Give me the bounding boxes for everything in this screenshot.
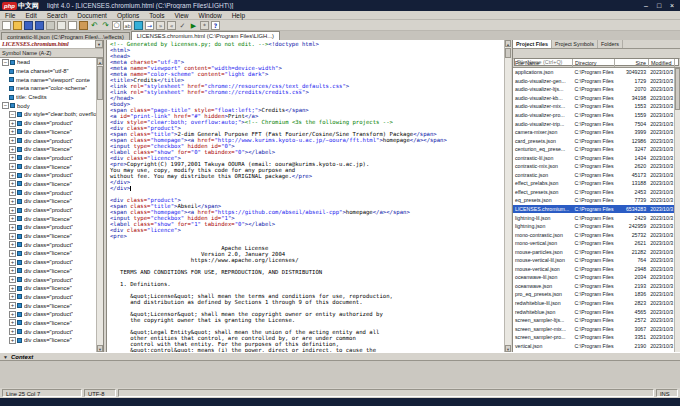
symbol-tree-item[interactable]: +div class="product" xyxy=(0,188,96,197)
expander-icon[interactable]: + xyxy=(9,189,16,196)
file-row[interactable]: applications.jsonC:\Program Files3049233… xyxy=(513,68,674,77)
symbol-tree-item[interactable]: +div class="licence" xyxy=(0,232,96,241)
menu-window[interactable]: Window xyxy=(194,12,227,19)
column-header-size[interactable]: Size xyxy=(615,59,649,67)
undo-icon[interactable]: ↶ xyxy=(90,21,99,30)
expander-icon[interactable]: + xyxy=(9,137,16,144)
chevron-down-icon[interactable]: ▼ xyxy=(95,40,103,48)
symbol-column-header[interactable]: Symbol Name (A-Z) xyxy=(0,49,103,58)
symbol-tree-item[interactable]: +div class="licence" xyxy=(0,336,96,345)
expander-icon[interactable]: − xyxy=(9,111,16,118)
expander-icon[interactable]: + xyxy=(9,215,16,222)
panel-tab-folders[interactable]: Folders xyxy=(598,40,623,48)
copy-icon[interactable] xyxy=(68,21,77,30)
file-row[interactable]: mouse-particles.jsonC:\Program Files2128… xyxy=(513,247,674,256)
settings-icon[interactable]: * xyxy=(200,21,209,30)
symbol-tree-item[interactable]: +div class="product" xyxy=(0,223,96,232)
file-row[interactable]: eq_presets.jsonC:\Program Files77392023/… xyxy=(513,196,674,205)
expander-icon[interactable]: + xyxy=(9,207,16,214)
file-row[interactable]: lightning-lil.jsonC:\Program Files242920… xyxy=(513,213,674,222)
expander-icon[interactable]: + xyxy=(9,224,16,231)
code-editor[interactable]: <!-- Generated by licenses.py; do not ed… xyxy=(106,40,504,352)
file-row[interactable]: mouse-vertical.jsonC:\Program Files29482… xyxy=(513,265,674,274)
symbol-panel-scrollbar[interactable]: ▲ ▼ xyxy=(96,58,103,352)
file-row[interactable]: mouse-vertical-lil.jsonC:\Program Files7… xyxy=(513,256,674,265)
expander-icon[interactable]: + xyxy=(9,128,16,135)
file-row[interactable]: contrastic-mix.jsonC:\Program Files26202… xyxy=(513,162,674,171)
maximize-button[interactable]: □ xyxy=(655,1,663,10)
file-row[interactable]: screen_sampler-mix...C:\Program Files306… xyxy=(513,324,674,333)
menu-search[interactable]: Search xyxy=(42,12,73,19)
save-all-icon[interactable] xyxy=(35,21,44,30)
file-row[interactable]: screen_sampler-pro...C:\Program Files335… xyxy=(513,333,674,342)
context-panel-header[interactable]: ▼ Context xyxy=(0,352,680,361)
symbol-tree-item[interactable]: meta charset="utf-8" xyxy=(0,67,96,76)
column-header-modified[interactable]: Modified xyxy=(649,59,675,67)
menu-document[interactable]: Document xyxy=(72,12,112,19)
expander-icon[interactable]: + xyxy=(9,172,16,179)
file-row[interactable]: card_presets.jsonC:\Program Files1298620… xyxy=(513,136,674,145)
symbol-tree-item[interactable]: +div class="licence" xyxy=(0,267,96,276)
symbol-tree-item[interactable]: meta name="color-scheme" xyxy=(0,84,96,93)
save-icon[interactable] xyxy=(24,21,33,30)
file-row[interactable]: audio-visualizer-mix...C:\Program Files1… xyxy=(513,102,674,111)
project-panel-scrollbar[interactable] xyxy=(674,68,680,352)
symbol-tree-item[interactable]: +div class="product" xyxy=(0,293,96,302)
symbol-tree-item[interactable]: +div class="licence" xyxy=(0,162,96,171)
symbol-tree-item[interactable]: −body xyxy=(0,101,96,110)
outdent-icon[interactable]: « xyxy=(167,21,176,30)
symbol-tree-item[interactable]: +div class="product" xyxy=(0,327,96,336)
file-row[interactable]: lightning.jsonC:\Program Files2429592023… xyxy=(513,222,674,231)
document-tab[interactable]: contrastic-lil.json (C:\Program Files\..… xyxy=(1,32,130,40)
column-header-directory[interactable]: Directory xyxy=(573,59,615,67)
expander-icon[interactable]: + xyxy=(9,250,16,257)
expander-icon[interactable]: + xyxy=(9,233,16,240)
help-icon[interactable]: ? xyxy=(211,21,220,30)
symbol-tree-item[interactable]: +div class="licence" xyxy=(0,128,96,137)
symbol-tree-item[interactable]: +div class="product" xyxy=(0,171,96,180)
cut-icon[interactable] xyxy=(57,21,66,30)
run-icon[interactable]: ▶ xyxy=(189,21,198,30)
minimize-button[interactable]: – xyxy=(642,1,650,10)
open-file-icon[interactable] xyxy=(13,21,22,30)
bookmark-icon[interactable] xyxy=(134,21,143,30)
symbol-tree-item[interactable]: +div class="licence" xyxy=(0,145,96,154)
menu-help[interactable]: Help xyxy=(227,12,250,19)
file-row[interactable]: contrastic-lil.jsonC:\Program Files14342… xyxy=(513,153,674,162)
scroll-up-icon[interactable]: ▲ xyxy=(505,40,511,47)
symbol-tree-item[interactable]: +div class="licence" xyxy=(0,284,96,293)
scrollbar-thumb[interactable] xyxy=(675,68,680,110)
expander-icon[interactable]: + xyxy=(9,285,16,292)
document-tab[interactable]: LICENSES.chromium.html (C:\Program Files… xyxy=(131,31,280,40)
symbol-tree-item[interactable]: meta name="viewport" conte xyxy=(0,75,96,84)
menu-file[interactable]: File xyxy=(0,12,20,19)
expander-icon[interactable]: + xyxy=(9,198,16,205)
expander-icon[interactable]: + xyxy=(9,267,16,274)
print-icon[interactable] xyxy=(46,21,55,30)
replace-icon[interactable]: ab xyxy=(123,21,132,30)
expander-icon[interactable]: − xyxy=(2,102,9,109)
file-row[interactable]: LICENSES.chromium...C:\Program Files6534… xyxy=(513,205,674,214)
editor-scrollbar[interactable]: ▲ ▼ xyxy=(504,40,511,352)
file-row[interactable]: audio-visualizer-kb...C:\Program Files34… xyxy=(513,94,674,103)
symbol-tree-item[interactable]: +div class="licence" xyxy=(0,249,96,258)
file-row[interactable]: effect_prelabs.jsonC:\Program Files13188… xyxy=(513,179,674,188)
symbol-tree-item[interactable]: +div class="product" xyxy=(0,258,96,267)
menu-view[interactable]: View xyxy=(170,12,194,19)
file-row[interactable]: screen_sampler-ltjs...C:\Program Files25… xyxy=(513,316,674,325)
new-file-icon[interactable] xyxy=(2,21,11,30)
scrollbar-thumb[interactable] xyxy=(505,48,511,58)
file-row[interactable]: contrastic.jsonC:\Program Files451732023… xyxy=(513,171,674,180)
expander-icon[interactable]: + xyxy=(9,241,16,248)
symbol-tree-item[interactable]: +div class="product" xyxy=(0,119,96,128)
symbol-tree-item[interactable]: +div class="product" xyxy=(0,136,96,145)
close-button[interactable]: × xyxy=(668,1,676,10)
symbol-tree-item[interactable]: −div style="clear:both; overflo xyxy=(0,110,96,119)
column-header-file-name[interactable]: File Name xyxy=(513,59,573,67)
expander-icon[interactable]: + xyxy=(9,276,16,283)
collapse-icon[interactable]: ▼ xyxy=(3,354,8,360)
panel-tab-project-files[interactable]: Project Files xyxy=(513,40,552,48)
expander-icon[interactable]: + xyxy=(9,154,16,161)
scroll-down-icon[interactable]: ▼ xyxy=(505,345,511,352)
menu-edit[interactable]: Edit xyxy=(20,12,41,19)
